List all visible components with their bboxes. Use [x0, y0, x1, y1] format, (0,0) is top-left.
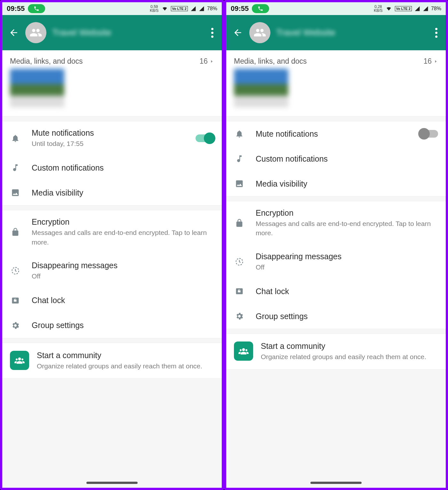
wifi-icon — [385, 6, 392, 12]
chevron-right-icon — [210, 58, 214, 65]
signal-icon-1 — [414, 6, 420, 12]
status-bar: 09:55 0.59KB/S Vo LTE 2 78% — [2, 2, 222, 15]
gear-icon — [234, 312, 245, 321]
phone-right: 09:55 0.28KB/S Vo LTE 2 78% Travel Websi… — [224, 0, 448, 490]
app-header: Travel Website — [2, 15, 222, 50]
chat-lock-row[interactable]: Chat lock — [226, 279, 446, 304]
mute-notifications-row[interactable]: Mute notifications Until today, 17:55 — [2, 121, 222, 155]
custom-notifications-row[interactable]: Custom notifications — [226, 146, 446, 171]
volte-icon: Vo LTE 2 — [171, 6, 188, 11]
disappearing-title: Disappearing messages — [32, 261, 214, 270]
navigation-pill[interactable] — [310, 482, 362, 484]
back-button[interactable] — [8, 27, 20, 38]
lock-icon — [10, 228, 21, 237]
mute-title: Mute notifications — [32, 128, 185, 138]
overflow-menu[interactable] — [433, 25, 440, 40]
encryption-title: Encryption — [256, 208, 438, 218]
mute-sub: Until today, 17:55 — [32, 139, 185, 148]
ongoing-call-pill[interactable] — [252, 4, 269, 13]
overflow-menu[interactable] — [209, 25, 216, 40]
media-visibility-row[interactable]: Media visibility — [226, 171, 446, 196]
wifi-icon — [161, 6, 168, 12]
ongoing-call-pill[interactable] — [28, 4, 45, 13]
disappearing-sub: Off — [256, 262, 438, 272]
phone-icon — [258, 6, 263, 12]
signal-icon-1 — [190, 6, 196, 12]
mute-toggle[interactable] — [196, 134, 214, 142]
community-sub: Organize related groups and easily reach… — [261, 352, 438, 361]
data-speed: 0.28KB/S — [374, 5, 382, 12]
group-settings-row[interactable]: Group settings — [2, 313, 222, 338]
navigation-pill[interactable] — [86, 482, 138, 484]
battery-text: 78% — [207, 6, 217, 12]
encryption-row[interactable]: Encryption Messages and calls are end-to… — [2, 210, 222, 254]
media-thumbnail[interactable] — [234, 69, 288, 107]
encryption-sub: Messages and calls are end-to-end encryp… — [32, 228, 214, 247]
chatlock-icon — [234, 287, 245, 296]
custom-notifications-row[interactable]: Custom notifications — [2, 155, 222, 180]
disappearing-row[interactable]: Disappearing messages Off — [226, 245, 446, 279]
community-title: Start a community — [37, 351, 214, 360]
groupsettings-title: Group settings — [256, 312, 438, 321]
mediavis-title: Media visibility — [32, 188, 214, 197]
start-community-row[interactable]: Start a community Organize related group… — [226, 334, 446, 369]
group-settings-row[interactable]: Group settings — [226, 304, 446, 329]
chatlock-icon — [10, 296, 21, 305]
data-speed: 0.59KB/S — [150, 5, 158, 12]
media-visibility-row[interactable]: Media visibility — [2, 180, 222, 205]
custom-title: Custom notifications — [256, 154, 438, 164]
lock-icon — [234, 219, 245, 228]
phone-left: 09:55 0.59KB/S Vo LTE 2 78% Travel Websi… — [0, 0, 224, 490]
back-arrow-icon — [233, 28, 243, 38]
media-count: 16 — [199, 57, 208, 66]
battery-text: 78% — [431, 6, 441, 12]
app-header: Travel Website — [226, 15, 446, 50]
music-note-icon — [234, 154, 245, 163]
group-icon — [253, 26, 266, 39]
image-icon — [10, 188, 21, 197]
media-section: Media, links, and docs 16 — [2, 50, 222, 116]
media-row[interactable]: Media, links, and docs 16 — [226, 51, 446, 69]
community-title: Start a community — [261, 341, 438, 351]
media-label: Media, links, and docs — [234, 57, 307, 66]
chatlock-title: Chat lock — [32, 296, 214, 305]
mute-toggle[interactable] — [420, 130, 438, 138]
media-section: Media, links, and docs 16 — [226, 50, 446, 116]
status-bar: 09:55 0.28KB/S Vo LTE 2 78% — [226, 2, 446, 15]
disappearing-title: Disappearing messages — [256, 252, 438, 261]
media-thumbnail[interactable] — [10, 69, 64, 107]
encryption-row[interactable]: Encryption Messages and calls are end-to… — [226, 201, 446, 245]
group-avatar[interactable] — [249, 22, 270, 43]
phone-icon — [34, 6, 39, 12]
media-row[interactable]: Media, links, and docs 16 — [2, 51, 222, 69]
community-icon — [234, 341, 253, 361]
encryption-sub: Messages and calls are end-to-end encryp… — [256, 219, 438, 238]
bell-icon — [10, 134, 21, 143]
timer-icon — [234, 257, 245, 266]
volte-icon: Vo LTE 2 — [395, 6, 412, 11]
chat-title[interactable]: Travel Website — [276, 28, 335, 38]
groupsettings-title: Group settings — [32, 321, 214, 330]
custom-title: Custom notifications — [32, 163, 214, 173]
chevron-right-icon — [434, 58, 438, 65]
start-community-row[interactable]: Start a community Organize related group… — [2, 343, 222, 378]
media-label: Media, links, and docs — [10, 57, 83, 66]
clock: 09:55 — [7, 4, 25, 13]
mute-notifications-row[interactable]: Mute notifications — [226, 121, 446, 146]
mute-title: Mute notifications — [256, 129, 409, 139]
music-note-icon — [10, 163, 21, 172]
encryption-title: Encryption — [32, 217, 214, 227]
chat-lock-row[interactable]: Chat lock — [2, 288, 222, 313]
bell-icon — [234, 129, 245, 138]
image-icon — [234, 179, 245, 188]
group-avatar[interactable] — [25, 22, 46, 43]
signal-icon-2 — [423, 6, 428, 12]
disappearing-row[interactable]: Disappearing messages Off — [2, 254, 222, 288]
back-button[interactable] — [232, 27, 244, 38]
mediavis-title: Media visibility — [256, 179, 438, 189]
media-count: 16 — [423, 57, 432, 66]
chat-title[interactable]: Travel Website — [52, 28, 111, 38]
timer-icon — [10, 266, 21, 275]
community-sub: Organize related groups and easily reach… — [37, 361, 214, 371]
back-arrow-icon — [9, 28, 19, 38]
